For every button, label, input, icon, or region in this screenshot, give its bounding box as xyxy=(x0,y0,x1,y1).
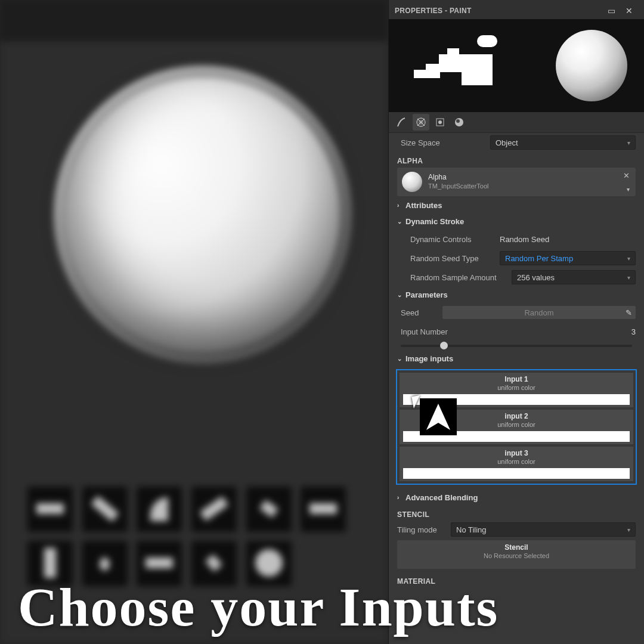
panel-header: PROPERTIES - PAINT ▭ ✕ xyxy=(389,0,644,19)
edit-icon: ✎ xyxy=(626,308,632,317)
svg-rect-3 xyxy=(426,64,440,78)
dynamic-controls-label: Dynamic Controls xyxy=(410,235,500,244)
random-sample-amount-select[interactable]: 256 values▾ xyxy=(512,270,636,284)
close-icon[interactable]: ✕ xyxy=(620,6,638,16)
seed-random-button[interactable]: Random✎ xyxy=(442,306,636,319)
svg-marker-14 xyxy=(426,404,450,430)
color-swatch[interactable] xyxy=(403,468,630,479)
size-space-select[interactable]: Object▾ xyxy=(490,135,636,150)
svg-point-11 xyxy=(438,120,442,124)
svg-rect-4 xyxy=(414,70,427,78)
image-inputs-toggle[interactable]: ⌄Image inputs xyxy=(389,351,644,367)
svg-point-13 xyxy=(456,119,460,123)
undock-icon[interactable]: ▭ xyxy=(602,6,620,16)
chevron-down-icon: ▾ xyxy=(627,527,630,533)
image-input-slot[interactable]: input 3 uniform color xyxy=(400,447,633,481)
clear-alpha-icon[interactable]: ✕ xyxy=(623,171,630,180)
svg-rect-1 xyxy=(462,54,493,85)
alpha-dropdown-icon[interactable]: ▾ xyxy=(627,186,630,193)
tab-brush-icon[interactable] xyxy=(394,114,410,131)
input-number-slider[interactable] xyxy=(389,341,644,351)
tiling-mode-label: Tiling mode xyxy=(397,525,451,534)
random-seed-type-label: Random Seed Type xyxy=(410,254,500,263)
tab-material-icon[interactable] xyxy=(451,114,467,131)
dynamic-stroke-toggle[interactable]: ⌄Dynamic Stroke xyxy=(389,213,644,230)
tutorial-caption: Choose your Inputs xyxy=(18,583,632,632)
parameters-toggle[interactable]: ⌄Parameters xyxy=(389,287,644,303)
random-sample-amount-label: Random Sample Amount xyxy=(410,273,512,282)
alpha-resource-name: TM_InputScatterTool xyxy=(428,182,489,191)
properties-panel: PROPERTIES - PAINT ▭ ✕ Size Space Object… xyxy=(388,0,644,644)
size-space-label: Size Space xyxy=(401,138,490,147)
stencil-resource-chip[interactable]: Stencil No Resource Selected xyxy=(397,540,636,569)
stencil-section-header: STENCIL xyxy=(389,506,644,520)
alpha-thumb xyxy=(402,172,422,192)
dynamic-controls-value: Random Seed xyxy=(500,235,549,244)
viewport-3d xyxy=(0,0,388,644)
chevron-down-icon: ▾ xyxy=(627,274,630,281)
input-number-value: 3 xyxy=(631,327,636,336)
svg-rect-2 xyxy=(439,54,462,72)
attributes-toggle[interactable]: ›Attributes xyxy=(389,197,644,213)
panel-title: PROPERTIES - PAINT xyxy=(395,7,602,15)
tab-alpha-icon[interactable] xyxy=(413,114,429,131)
brush-preview-strip xyxy=(389,19,644,112)
tiling-mode-select[interactable]: No Tiling▾ xyxy=(451,522,636,537)
alpha-section-header: ALPHA xyxy=(389,152,644,166)
drag-preview-thumb xyxy=(420,398,457,435)
chevron-down-icon: ▾ xyxy=(627,255,630,262)
random-seed-type-select[interactable]: Random Per Stamp▾ xyxy=(500,251,636,265)
size-space-row: Size Space Object▾ xyxy=(389,133,644,152)
svg-rect-5 xyxy=(447,48,459,55)
chevron-down-icon: ▾ xyxy=(627,140,630,146)
seed-label: Seed xyxy=(401,308,442,317)
alpha-name: Alpha xyxy=(428,173,489,182)
alpha-preview xyxy=(405,33,519,98)
input-number-label: Input Number xyxy=(401,327,631,336)
cursor-icon xyxy=(413,396,421,408)
advanced-blending-toggle[interactable]: ›Advanced Blending xyxy=(389,490,644,506)
alpha-resource-chip[interactable]: Alpha TM_InputScatterTool ✕ ▾ xyxy=(397,168,636,196)
brush-tab-strip xyxy=(389,112,644,133)
tab-stencil-icon[interactable] xyxy=(432,114,448,131)
svg-rect-0 xyxy=(477,35,497,47)
material-preview-sphere xyxy=(556,30,627,101)
